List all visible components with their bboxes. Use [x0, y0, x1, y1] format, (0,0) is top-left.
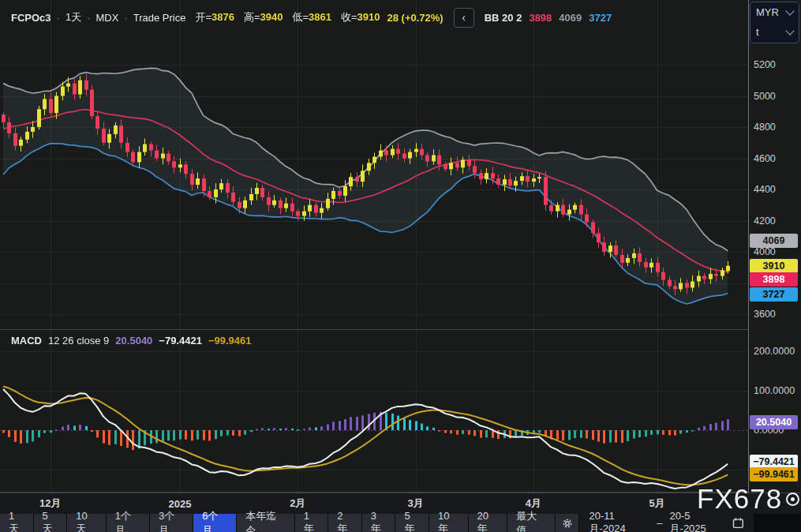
macd-hist-badge: 20.5040 — [750, 415, 798, 429]
high-value: 高=3940 — [244, 10, 283, 24]
range-button-最大值[interactable]: 最大值 — [507, 514, 555, 532]
legend-separator: · — [57, 12, 60, 24]
bb-basis-badge: 3898 — [750, 272, 798, 287]
time-label-12月: 12月 — [39, 496, 61, 511]
change-value: 28 (+0.72%) — [387, 12, 444, 24]
series-type-label: Trade Price — [133, 12, 186, 24]
macd-params: 12 26 close 9 — [48, 335, 109, 347]
open-value: 开=3876 — [195, 10, 234, 24]
legend-separator: · — [87, 12, 90, 24]
macd-line-value: −79.4421 — [159, 335, 202, 347]
date-range-picker[interactable]: 20-11月-2024 – 20-5月-2025 — [579, 514, 754, 532]
bb-basis-value: 3898 — [529, 12, 552, 24]
chart-canvas[interactable] — [0, 0, 748, 493]
currency-unit-selector: MYR t — [750, 2, 799, 43]
collapse-legend-button[interactable]: ‹ — [454, 8, 474, 28]
bb-lower-value: 3727 — [589, 12, 612, 24]
macd-signal-badge: −99.9461 — [750, 467, 798, 481]
range-button-1天[interactable]: 1天 — [0, 514, 33, 532]
close-value: 收=3910 — [341, 10, 380, 24]
trading-chart-app: FCPOc3 · 1天 · MDX · Trade Price 开=3876 高… — [0, 0, 801, 532]
range-button-3年[interactable]: 3年 — [362, 514, 395, 532]
bb-lower-badge: 3727 — [750, 287, 798, 302]
price-axis[interactable]: 52005000480046004400420040003600200.0000… — [748, 0, 801, 493]
range-button-10天[interactable]: 10天 — [67, 514, 106, 532]
range-button-1年[interactable]: 1年 — [295, 514, 328, 532]
watermark-logo-icon — [786, 493, 799, 506]
macd-hist-value: 20.5040 — [115, 335, 152, 347]
range-button-1个月[interactable]: 1个月 — [107, 514, 149, 532]
exchange-label: MDX — [96, 12, 119, 24]
time-label-3月: 3月 — [407, 496, 423, 511]
macd-indicator-label: MACD — [11, 335, 42, 347]
date-from: 20-11月-2024 — [589, 510, 649, 532]
chevron-down-icon — [785, 26, 794, 35]
price-tick-5000: 5000 — [754, 91, 776, 102]
price-tick-4400: 4400 — [754, 184, 776, 195]
unit-select[interactable]: t — [750, 22, 799, 42]
time-label-2月: 2月 — [290, 496, 305, 511]
chart-settings-button[interactable] — [556, 514, 578, 532]
price-tick-3600: 3600 — [754, 309, 776, 320]
low-value: 低=3861 — [292, 10, 331, 24]
chevron-down-icon — [785, 6, 794, 15]
legend-separator: · — [124, 12, 127, 24]
bollinger-legend: BB 20 2 3898 4069 3727 — [485, 12, 612, 24]
time-label-2025: 2025 — [168, 498, 191, 510]
last-price-badge: 3910 — [750, 259, 798, 273]
price-tick-4600: 4600 — [754, 153, 776, 164]
range-button-3个月[interactable]: 3个月 — [150, 514, 193, 532]
fx678-watermark: FX678 — [697, 483, 799, 515]
currency-value: MYR — [756, 6, 779, 18]
range-toolbar: 1天5天10天1个月3个月6个月本年迄今1年2年3年5年10年20年最大值 20… — [0, 514, 801, 532]
date-separator: – — [657, 517, 662, 529]
range-button-20年[interactable]: 20年 — [469, 514, 507, 532]
calendar-icon — [732, 517, 744, 529]
price-tick-4800: 4800 — [754, 122, 776, 133]
range-button-6个月[interactable]: 6个月 — [193, 514, 236, 532]
range-button-本年迄今[interactable]: 本年迄今 — [237, 514, 294, 532]
currency-select[interactable]: MYR — [750, 2, 799, 22]
watermark-text: FX678 — [697, 483, 782, 515]
range-button-5天[interactable]: 5天 — [34, 514, 67, 532]
bb-upper-value: 4069 — [559, 12, 582, 24]
interval-label: 1天 — [66, 10, 81, 24]
macd-legend: MACD 12 26 close 9 20.5040 −79.4421 −99.… — [11, 332, 252, 348]
chevron-left-icon: ‹ — [462, 11, 466, 24]
time-label-5月: 5月 — [649, 496, 664, 511]
range-button-2年[interactable]: 2年 — [328, 514, 361, 532]
range-button-5年[interactable]: 5年 — [395, 514, 429, 532]
unit-value: t — [756, 26, 759, 38]
chart-legend: FCPOc3 · 1天 · MDX · Trade Price 开=3876 高… — [11, 8, 612, 27]
price-tick-4200: 4200 — [754, 215, 776, 227]
macd-tick-100: 100.0000 — [754, 385, 795, 396]
symbol-name: FCPOc3 — [11, 12, 51, 24]
macd-signal-value: −99.9461 — [208, 335, 252, 347]
bb-indicator-label: BB 20 2 — [485, 12, 522, 24]
range-button-10年[interactable]: 10年 — [429, 514, 468, 532]
price-tick-5200: 5200 — [754, 59, 776, 70]
gear-icon — [562, 518, 573, 529]
bb-upper-badge: 4069 — [750, 234, 798, 248]
macd-tick-200: 200.0000 — [754, 346, 795, 357]
